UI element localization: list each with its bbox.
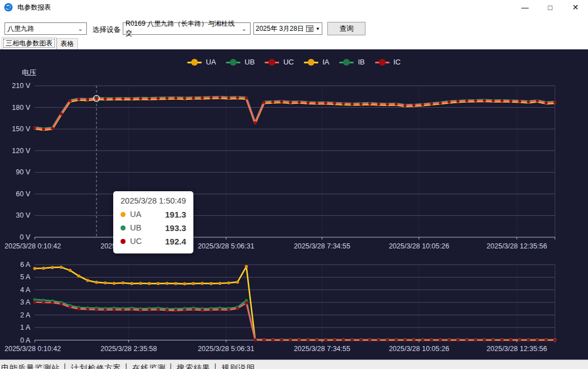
svg-text:2025/3/28 12:35:56: 2025/3/28 12:35:56 [487,345,547,353]
app-logo-icon [4,3,13,12]
legend-item-ic[interactable]: IC [375,58,401,66]
legend-label: IC [393,58,401,66]
svg-text:0 A: 0 A [20,336,31,344]
svg-text:2025/3/28 10:05:26: 2025/3/28 10:05:26 [389,345,450,353]
tooltip-series-value: 193.3 [165,223,186,233]
legend-label: UC [283,58,294,66]
legend-item-ib[interactable]: IB [339,58,364,66]
current-chart[interactable]: 6 A5 A4 A3 A2 A1 A0 A2025/3/28 0:10:4220… [0,256,588,356]
area-select[interactable]: 八里九路 ⌄ [4,22,87,35]
chevron-down-icon: ⌄ [240,26,248,31]
legend-swatch-icon [375,59,390,66]
app-window: 电参数报表 — □ ✕ 八里九路 ⌄ 选择设备 R0169 八里九路（长丰路）与… [0,0,588,369]
legend-swatch-icon [187,59,202,66]
tooltip-series-name: UC [130,237,142,246]
svg-text:1 A: 1 A [20,324,31,331]
svg-text:0 V: 0 V [20,233,30,241]
chevron-down-icon: ⌄ [77,26,84,31]
svg-text:120 V: 120 V [12,147,30,155]
device-select[interactable]: R0169 八里九路（长丰路）与湘桂线交 ⌄ [123,22,251,35]
svg-text:2025/3/28 7:34:55: 2025/3/28 7:34:55 [294,242,350,250]
query-button[interactable]: 查询 [327,22,365,35]
ub-dot-icon [121,225,126,230]
ua-dot-icon [121,212,126,217]
svg-text:2025/3/28 7:34:55: 2025/3/28 7:34:55 [294,345,350,353]
svg-text:2025/3/28 0:10:42: 2025/3/28 0:10:42 [4,345,61,353]
legend-item-ub[interactable]: UB [226,58,254,66]
toolbar: 八里九路 ⌄ 选择设备 R0169 八里九路（长丰路）与湘桂线交 ⌄ 2025年… [0,15,588,37]
legend-item-ia[interactable]: IA [304,58,329,66]
legend-item-ua[interactable]: UA [187,58,216,66]
tooltip-series-value: 192.4 [165,237,186,246]
calendar-icon[interactable] [306,25,313,32]
legend-label: IA [322,58,329,66]
svg-text:90 V: 90 V [16,168,30,176]
tab-bar: 三相电参数图表 表格 [0,37,588,49]
device-select-label: 选择设备 [92,25,121,35]
close-button[interactable]: ✕ [563,0,588,15]
date-picker[interactable]: 2025年 3月28日 ▼ [253,22,322,35]
svg-text:150 V: 150 V [12,125,30,133]
svg-text:210 V: 210 V [12,82,30,90]
svg-text:2025/3/28 12:35:56: 2025/3/28 12:35:56 [487,242,547,250]
maximize-button[interactable]: □ [538,0,563,15]
voltage-axis-title: 电压 [22,68,36,78]
tooltip-series-name: UA [130,210,141,219]
tooltip-row-uc: UC 192.4 [121,234,186,248]
legend-swatch-icon [339,59,354,66]
chart-panel: UAUBUCIAIBIC 电压 210 V180 V150 V120 V90 V… [0,49,588,359]
date-picker-value: 2025年 3月28日 [256,24,304,34]
legend-label: UB [244,58,254,66]
background-window-text: 电能质量监测站 │ 计划检修方案 │ 在线监测 │ 搜索结果 │ 规则说明 [1,363,588,369]
svg-text:180 V: 180 V [12,104,30,112]
tooltip-row-ub: UB 193.3 [121,221,186,234]
svg-text:3 A: 3 A [20,298,31,306]
svg-text:30 V: 30 V [16,211,30,219]
svg-text:4 A: 4 A [20,286,31,294]
svg-text:5 A: 5 A [20,273,31,281]
chart-tooltip: 2025/3/28 1:50:49 UA 191.3 UB 193.3 UC 1… [113,191,193,253]
legend-swatch-icon [304,59,318,66]
legend-label: IB [358,58,364,66]
chart-legend: UAUBUCIAIBIC [0,58,588,66]
uc-dot-icon [121,239,126,244]
minimize-button[interactable]: — [512,0,538,15]
svg-text:2025/3/28 0:10:42: 2025/3/28 0:10:42 [4,242,61,250]
legend-swatch-icon [226,59,240,66]
tab-three-phase-chart[interactable]: 三相电参数图表 [2,37,57,49]
voltage-chart[interactable]: 210 V180 V150 V120 V90 V60 V30 V0 V2025/… [0,79,588,253]
legend-item-uc[interactable]: UC [265,58,294,66]
tooltip-series-value: 191.3 [165,210,186,219]
window-title: 电参数报表 [17,3,51,12]
title-bar: 电参数报表 — □ ✕ [0,0,588,15]
svg-text:2025/3/28 10:05:26: 2025/3/28 10:05:26 [389,242,450,250]
dropdown-arrow-icon[interactable]: ▼ [316,26,320,31]
legend-swatch-icon [265,59,279,66]
area-select-value: 八里九路 [7,24,34,34]
tooltip-timestamp: 2025/3/28 1:50:49 [121,196,186,205]
svg-text:60 V: 60 V [16,190,30,198]
tab-table[interactable]: 表格 [57,38,78,49]
svg-text:2025/3/28 5:06:31: 2025/3/28 5:06:31 [198,242,254,250]
tooltip-row-ua: UA 191.3 [121,207,186,221]
svg-text:2025/3/28 2:35:58: 2025/3/28 2:35:58 [100,345,157,353]
tooltip-series-name: UB [130,223,141,232]
legend-label: UA [206,58,216,66]
device-select-value: R0169 八里九路（长丰路）与湘桂线交 [126,19,240,38]
svg-text:2 A: 2 A [20,311,31,319]
svg-text:2025/3/28 5:06:31: 2025/3/28 5:06:31 [198,345,254,353]
svg-text:6 A: 6 A [20,261,31,269]
background-window-strip: 电能质量监测站 │ 计划检修方案 │ 在线监测 │ 搜索结果 │ 规则说明 [0,359,588,369]
